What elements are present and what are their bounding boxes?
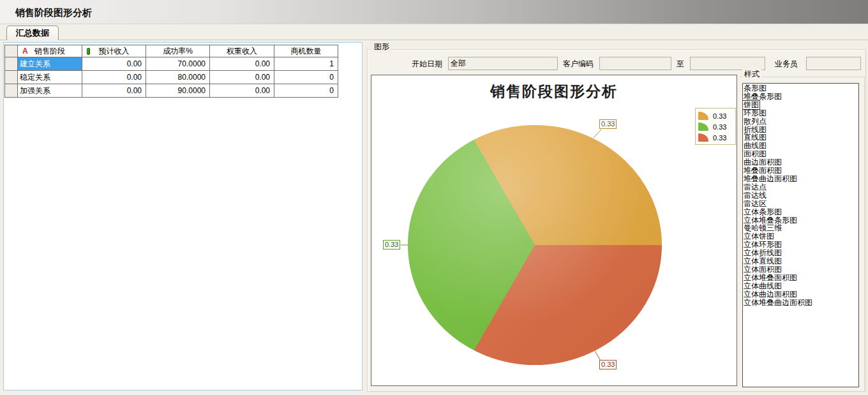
style-option[interactable]: 立体面积图	[743, 265, 782, 274]
salesman-input[interactable]	[806, 57, 861, 70]
cell-count[interactable]: 1	[274, 57, 338, 71]
legend-item: 0.33	[698, 121, 733, 132]
start-date-label: 开始日期	[412, 58, 442, 70]
cell-stage[interactable]: 稳定关系	[18, 71, 82, 84]
pie-label-green: 0.33	[383, 240, 400, 250]
column-header-weighted-income[interactable]: 权重收入	[210, 45, 274, 57]
table-row: 加强关系 0.00 90.0000 0.00 0	[5, 84, 338, 98]
column-header-success-rate[interactable]: 成功率%	[146, 45, 210, 57]
legend-swatch-green-icon	[698, 123, 708, 131]
app-window: 销售阶段图形分析 汇总数据 A 销售阶段 预计收入 成功率% 权重收入 商机	[0, 0, 868, 395]
style-option[interactable]: 立体曲边面积图	[743, 290, 798, 299]
page-title: 销售阶段图形分析	[15, 7, 92, 19]
style-option[interactable]: 立体直线图	[743, 257, 782, 265]
style-option[interactable]: 雷达线	[743, 191, 767, 200]
cell-weighted[interactable]: 0.00	[210, 57, 274, 71]
cell-count[interactable]: 0	[274, 71, 338, 84]
style-option[interactable]: 立体堆叠曲边面积图	[743, 299, 813, 307]
style-option[interactable]: 堆叠条形图	[743, 93, 782, 101]
cell-stage[interactable]: 加强关系	[18, 84, 82, 98]
legend-item: 0.33	[698, 132, 733, 143]
customer-code-label: 客户编码	[563, 58, 594, 70]
cell-rate[interactable]: 90.0000	[146, 84, 210, 98]
cell-count[interactable]: 0	[274, 84, 338, 98]
customer-code-input[interactable]	[599, 57, 671, 70]
start-date-input[interactable]	[448, 57, 558, 70]
cell-expected[interactable]: 0.00	[82, 71, 146, 84]
row-selector[interactable]	[5, 57, 18, 71]
tab-summary-data[interactable]: 汇总数据	[6, 26, 59, 40]
style-groupbox-label: 样式	[742, 69, 761, 80]
red-letter-a-icon: A	[22, 47, 28, 56]
legend-item: 0.33	[698, 110, 733, 121]
chart-legend: 0.33 0.33 0.33	[695, 108, 736, 145]
style-groupbox: 样式 条形图堆叠条形图饼图环形图散列点折线图直线图曲线图面积图曲边面积图堆叠面积…	[738, 69, 866, 392]
style-option[interactable]: 环形图	[743, 109, 767, 117]
style-option[interactable]: 饼图	[743, 101, 760, 109]
window-titlebar: 销售阶段图形分析	[0, 0, 868, 24]
table-row: 稳定关系 0.00 80.0000 0.00 0	[5, 71, 338, 84]
row-selector[interactable]	[5, 71, 18, 84]
style-option[interactable]: 雷达点	[743, 183, 767, 191]
style-option[interactable]: 条形图	[743, 84, 767, 93]
chart-title: 销售阶段图形分析	[371, 82, 737, 101]
style-option[interactable]: 散列点	[743, 117, 767, 126]
customer-code-to-input[interactable]	[690, 57, 765, 70]
table-header-row: A 销售阶段 预计收入 成功率% 权重收入 商机数量	[5, 45, 338, 57]
column-header-stage[interactable]: A 销售阶段	[18, 45, 82, 57]
cell-stage[interactable]: 建立关系	[18, 57, 82, 71]
to-label: 至	[677, 58, 684, 70]
row-selector[interactable]	[5, 84, 18, 98]
column-header-opportunity-count[interactable]: 商机数量	[274, 45, 338, 57]
style-option[interactable]: 雷达区	[743, 200, 767, 208]
table-row: 建立关系 0.00 70.0000 0.00 1	[5, 57, 338, 71]
cell-expected[interactable]: 0.00	[82, 57, 146, 71]
pie-chart	[408, 125, 662, 365]
style-option[interactable]: 立体堆叠面积图	[743, 274, 798, 282]
cell-rate[interactable]: 70.0000	[146, 57, 210, 71]
cell-weighted[interactable]: 0.00	[210, 84, 274, 98]
summary-table: A 销售阶段 预计收入 成功率% 权重收入 商机数量 建立关系 0.00 70.…	[4, 45, 338, 98]
tab-label: 汇总数据	[16, 28, 49, 38]
column-header-expected-income[interactable]: 预计收入	[82, 45, 146, 57]
row-selector-header	[5, 45, 18, 57]
legend-swatch-red-icon	[698, 133, 708, 142]
tab-strip: 汇总数据	[0, 24, 868, 40]
graph-groupbox-label: 图形	[372, 41, 391, 52]
cell-expected[interactable]: 0.00	[82, 84, 146, 98]
salesman-label: 业务员	[775, 58, 798, 70]
pie-label-orange: 0.33	[599, 119, 617, 129]
style-option[interactable]: 立体条形图	[743, 208, 782, 216]
chart-area: 销售阶段图形分析 0.33 0.33 0.33 0.33 0.33	[371, 75, 737, 386]
green-bar-icon	[87, 48, 90, 55]
legend-swatch-orange-icon	[698, 112, 708, 120]
cell-weighted[interactable]: 0.00	[210, 71, 274, 84]
summary-grid-panel: A 销售阶段 预计收入 成功率% 权重收入 商机数量 建立关系 0.00 70.…	[3, 42, 363, 391]
style-option[interactable]: 立体曲线图	[743, 282, 782, 290]
chart-style-list[interactable]: 条形图堆叠条形图饼图环形图散列点折线图直线图曲线图面积图曲边面积图堆叠面积图堆叠…	[742, 83, 859, 387]
cell-rate[interactable]: 80.0000	[146, 71, 210, 84]
style-option[interactable]: 堆叠曲边面积图	[743, 175, 798, 183]
pie-label-red: 0.33	[599, 360, 617, 369]
